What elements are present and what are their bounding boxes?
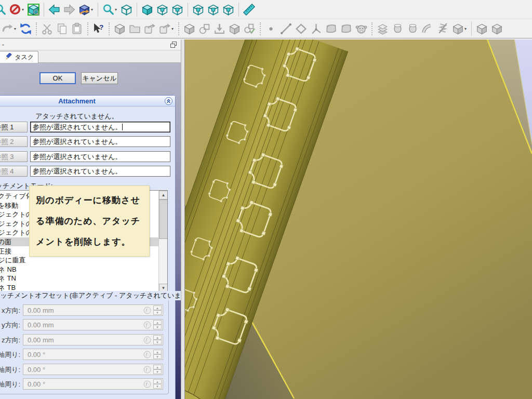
spin-up-icon[interactable]: ▲	[153, 320, 162, 325]
offset-spinbox[interactable]: 0.00 mm f ▲ ▼	[23, 319, 163, 330]
datum-line-icon[interactable]	[279, 22, 293, 36]
spinner[interactable]: ▲ ▼	[153, 350, 162, 359]
export-alt-dropdown-icon[interactable]: ▾	[171, 26, 176, 31]
reference-3-button[interactable]: 参照 3	[0, 151, 28, 162]
sketch-icon[interactable]	[197, 22, 211, 36]
pipe-icon[interactable]	[421, 22, 435, 36]
datum-point-icon[interactable]	[264, 22, 278, 36]
revolution-icon[interactable]	[391, 22, 405, 36]
float-panel-icon[interactable]	[170, 42, 177, 48]
shape-face-icon[interactable]	[324, 22, 338, 36]
refresh-icon[interactable]	[19, 22, 33, 36]
expression-icon[interactable]: f	[143, 351, 151, 358]
reference-3-input[interactable]: 参照が選択されていません。	[30, 151, 170, 162]
spin-up-icon[interactable]: ▲	[153, 379, 162, 384]
shapebinder-icon[interactable]	[354, 22, 368, 36]
fit-selection-icon[interactable]	[26, 3, 41, 17]
mode-list-scrollbar[interactable]: ▲ ▼	[158, 191, 167, 292]
scrollbar-thumb[interactable]	[159, 200, 168, 239]
spinner[interactable]: ▲ ▼	[153, 365, 162, 374]
spinner[interactable]: ▲ ▼	[153, 305, 162, 315]
spinner[interactable]: ▲ ▼	[153, 379, 162, 389]
mode-item[interactable]: フレネ NB	[0, 265, 159, 274]
zoom-tools-dropdown-icon[interactable]: ▾	[115, 7, 119, 12]
nav-cube-dropdown-icon[interactable]: ▾	[91, 7, 95, 12]
measure-icon[interactable]	[242, 3, 256, 17]
panel-splitter[interactable]	[181, 39, 185, 399]
groove-icon[interactable]	[406, 22, 420, 36]
body-icon[interactable]	[182, 22, 196, 36]
helix-icon[interactable]	[436, 22, 450, 36]
expression-icon[interactable]: f	[143, 336, 151, 344]
scrollbar-up-icon[interactable]: ▲	[159, 191, 168, 200]
reference-4-button[interactable]: 参照 4	[0, 166, 28, 177]
navigate-forward-icon[interactable]	[62, 3, 76, 17]
datum-plane-icon[interactable]	[294, 22, 308, 36]
left-view-icon[interactable]	[221, 3, 235, 17]
primitive-box-dropdown-icon[interactable]: ▾	[464, 26, 469, 31]
reference-1-input[interactable]: 参照が選択されていません。	[30, 122, 170, 132]
expression-icon[interactable]: f	[143, 321, 151, 329]
collapse-icon[interactable]	[165, 97, 172, 105]
spin-down-icon[interactable]: ▼	[153, 354, 162, 359]
reference-2-button[interactable]: 参照 2	[0, 136, 28, 147]
export-alt-icon[interactable]	[158, 22, 172, 36]
mode-item[interactable]: エッジに垂直	[0, 256, 159, 264]
expression-icon[interactable]: f	[143, 307, 151, 314]
offset-spinbox[interactable]: 0.00 ° f ▲ ▼	[23, 349, 163, 360]
box-icon[interactable]	[228, 22, 242, 36]
reference-1-button[interactable]: 参照 1	[0, 122, 28, 132]
3d-viewport[interactable]	[185, 39, 532, 399]
expression-icon[interactable]: f	[143, 366, 151, 374]
right-view-icon[interactable]	[170, 3, 184, 17]
redo-icon[interactable]	[1, 22, 15, 36]
attachment-header[interactable]: Attachment	[0, 96, 175, 107]
open-folder-icon[interactable]	[128, 22, 142, 36]
mode-item[interactable]: フレネ TN	[0, 274, 159, 283]
pad-icon[interactable]	[376, 22, 390, 36]
reference-4-input[interactable]: 参照が選択されていません。	[30, 166, 170, 177]
spin-down-icon[interactable]: ▼	[153, 325, 162, 329]
export-icon[interactable]	[143, 22, 157, 36]
spin-down-icon[interactable]: ▼	[153, 310, 162, 315]
reference-2-input[interactable]: 参照が選択されていません。	[30, 136, 170, 147]
boolean-icon[interactable]	[475, 22, 489, 36]
cut-icon[interactable]	[40, 22, 54, 36]
import-icon[interactable]	[212, 22, 227, 36]
redo-dropdown-icon[interactable]: ▾	[14, 26, 18, 31]
spinner[interactable]: ▲ ▼	[153, 335, 162, 344]
copy-icon[interactable]	[55, 22, 69, 36]
fit-all-icon[interactable]	[0, 3, 7, 17]
part-icon[interactable]	[113, 22, 127, 36]
spin-up-icon[interactable]: ▲	[153, 350, 162, 354]
whats-this-icon[interactable]: ?	[91, 22, 105, 36]
paste-icon[interactable]	[70, 22, 84, 36]
stop-icon[interactable]	[8, 3, 22, 17]
offset-spinbox[interactable]: 0.00 mm f ▲ ▼	[23, 334, 163, 345]
ok-button[interactable]: OK	[39, 72, 76, 84]
tab-tasks[interactable]: タスク	[0, 51, 38, 63]
primitive-box-icon[interactable]	[451, 22, 465, 36]
offset-spinbox[interactable]: 0.00 ° f ▲ ▼	[23, 378, 163, 390]
spinner[interactable]: ▲ ▼	[153, 320, 162, 329]
front-view-icon[interactable]	[140, 3, 154, 17]
zoom-tools-icon[interactable]	[101, 3, 115, 17]
offset-spinbox[interactable]: 0.00 mm f ▲ ▼	[23, 304, 163, 316]
datum-cs-icon[interactable]	[309, 22, 323, 36]
rear-view-icon[interactable]	[191, 3, 205, 17]
top-view-icon[interactable]	[155, 3, 169, 17]
extra-icon[interactable]	[490, 22, 504, 36]
validate-sketch-icon[interactable]	[243, 22, 257, 36]
stop-dropdown-icon[interactable]: ▾	[22, 7, 26, 12]
expression-icon[interactable]: f	[143, 380, 151, 388]
spin-down-icon[interactable]: ▼	[153, 384, 162, 389]
shape-face2-icon[interactable]	[339, 22, 353, 36]
navigate-back-icon[interactable]	[47, 3, 61, 17]
spin-up-icon[interactable]: ▲	[153, 335, 162, 340]
spin-up-icon[interactable]: ▲	[153, 365, 162, 369]
bottom-view-icon[interactable]	[206, 3, 220, 17]
cancel-button[interactable]: キャンセル	[81, 72, 118, 84]
panel-titlebar[interactable]: -	[0, 39, 181, 50]
spin-up-icon[interactable]: ▲	[153, 305, 162, 310]
spin-down-icon[interactable]: ▼	[153, 369, 162, 374]
